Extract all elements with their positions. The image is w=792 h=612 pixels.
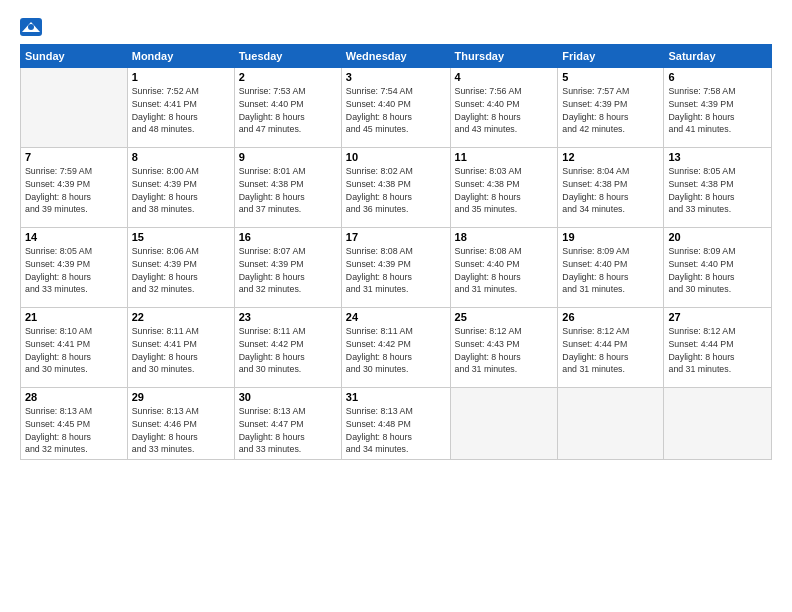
- days-header-row: SundayMondayTuesdayWednesdayThursdayFrid…: [21, 45, 772, 68]
- day-info: Sunrise: 8:08 AMSunset: 4:39 PMDaylight:…: [346, 245, 446, 296]
- calendar-cell: 2Sunrise: 7:53 AMSunset: 4:40 PMDaylight…: [234, 68, 341, 148]
- calendar-cell: 27Sunrise: 8:12 AMSunset: 4:44 PMDayligh…: [664, 308, 772, 388]
- day-info: Sunrise: 7:53 AMSunset: 4:40 PMDaylight:…: [239, 85, 337, 136]
- day-number: 20: [668, 231, 767, 243]
- calendar-cell: 9Sunrise: 8:01 AMSunset: 4:38 PMDaylight…: [234, 148, 341, 228]
- day-number: 21: [25, 311, 123, 323]
- svg-point-2: [28, 24, 34, 30]
- calendar-table: SundayMondayTuesdayWednesdayThursdayFrid…: [20, 44, 772, 460]
- calendar-cell: 18Sunrise: 8:08 AMSunset: 4:40 PMDayligh…: [450, 228, 558, 308]
- day-number: 11: [455, 151, 554, 163]
- calendar-cell: 12Sunrise: 8:04 AMSunset: 4:38 PMDayligh…: [558, 148, 664, 228]
- day-number: 2: [239, 71, 337, 83]
- calendar-cell: 28Sunrise: 8:13 AMSunset: 4:45 PMDayligh…: [21, 388, 128, 460]
- calendar-cell: 30Sunrise: 8:13 AMSunset: 4:47 PMDayligh…: [234, 388, 341, 460]
- calendar-cell: [450, 388, 558, 460]
- calendar-cell: 26Sunrise: 8:12 AMSunset: 4:44 PMDayligh…: [558, 308, 664, 388]
- calendar-cell: 21Sunrise: 8:10 AMSunset: 4:41 PMDayligh…: [21, 308, 128, 388]
- logo: [20, 18, 44, 36]
- day-info: Sunrise: 8:00 AMSunset: 4:39 PMDaylight:…: [132, 165, 230, 216]
- week-row-2: 7Sunrise: 7:59 AMSunset: 4:39 PMDaylight…: [21, 148, 772, 228]
- day-info: Sunrise: 8:13 AMSunset: 4:48 PMDaylight:…: [346, 405, 446, 456]
- day-number: 16: [239, 231, 337, 243]
- calendar-cell: 20Sunrise: 8:09 AMSunset: 4:40 PMDayligh…: [664, 228, 772, 308]
- calendar-cell: 3Sunrise: 7:54 AMSunset: 4:40 PMDaylight…: [341, 68, 450, 148]
- day-info: Sunrise: 8:11 AMSunset: 4:42 PMDaylight:…: [346, 325, 446, 376]
- day-info: Sunrise: 8:13 AMSunset: 4:45 PMDaylight:…: [25, 405, 123, 456]
- calendar-cell: 10Sunrise: 8:02 AMSunset: 4:38 PMDayligh…: [341, 148, 450, 228]
- calendar-cell: 19Sunrise: 8:09 AMSunset: 4:40 PMDayligh…: [558, 228, 664, 308]
- day-number: 4: [455, 71, 554, 83]
- week-row-3: 14Sunrise: 8:05 AMSunset: 4:39 PMDayligh…: [21, 228, 772, 308]
- day-header-friday: Friday: [558, 45, 664, 68]
- logo-icon: [20, 18, 42, 36]
- day-header-saturday: Saturday: [664, 45, 772, 68]
- day-number: 28: [25, 391, 123, 403]
- day-header-tuesday: Tuesday: [234, 45, 341, 68]
- day-number: 23: [239, 311, 337, 323]
- day-number: 22: [132, 311, 230, 323]
- header: [20, 18, 772, 36]
- calendar-cell: 15Sunrise: 8:06 AMSunset: 4:39 PMDayligh…: [127, 228, 234, 308]
- day-number: 15: [132, 231, 230, 243]
- calendar-cell: 25Sunrise: 8:12 AMSunset: 4:43 PMDayligh…: [450, 308, 558, 388]
- day-number: 26: [562, 311, 659, 323]
- calendar-cell: 24Sunrise: 8:11 AMSunset: 4:42 PMDayligh…: [341, 308, 450, 388]
- day-number: 5: [562, 71, 659, 83]
- day-number: 13: [668, 151, 767, 163]
- calendar-cell: 22Sunrise: 8:11 AMSunset: 4:41 PMDayligh…: [127, 308, 234, 388]
- calendar-cell: 31Sunrise: 8:13 AMSunset: 4:48 PMDayligh…: [341, 388, 450, 460]
- day-number: 1: [132, 71, 230, 83]
- week-row-5: 28Sunrise: 8:13 AMSunset: 4:45 PMDayligh…: [21, 388, 772, 460]
- day-number: 17: [346, 231, 446, 243]
- day-info: Sunrise: 8:09 AMSunset: 4:40 PMDaylight:…: [668, 245, 767, 296]
- day-info: Sunrise: 7:56 AMSunset: 4:40 PMDaylight:…: [455, 85, 554, 136]
- day-number: 19: [562, 231, 659, 243]
- day-info: Sunrise: 8:12 AMSunset: 4:44 PMDaylight:…: [562, 325, 659, 376]
- day-info: Sunrise: 8:04 AMSunset: 4:38 PMDaylight:…: [562, 165, 659, 216]
- day-number: 10: [346, 151, 446, 163]
- day-info: Sunrise: 8:08 AMSunset: 4:40 PMDaylight:…: [455, 245, 554, 296]
- day-info: Sunrise: 7:54 AMSunset: 4:40 PMDaylight:…: [346, 85, 446, 136]
- calendar-cell: 11Sunrise: 8:03 AMSunset: 4:38 PMDayligh…: [450, 148, 558, 228]
- day-number: 27: [668, 311, 767, 323]
- day-info: Sunrise: 8:06 AMSunset: 4:39 PMDaylight:…: [132, 245, 230, 296]
- day-header-thursday: Thursday: [450, 45, 558, 68]
- calendar-cell: [558, 388, 664, 460]
- calendar-cell: [664, 388, 772, 460]
- day-number: 6: [668, 71, 767, 83]
- day-info: Sunrise: 7:58 AMSunset: 4:39 PMDaylight:…: [668, 85, 767, 136]
- calendar-cell: 23Sunrise: 8:11 AMSunset: 4:42 PMDayligh…: [234, 308, 341, 388]
- calendar-cell: 4Sunrise: 7:56 AMSunset: 4:40 PMDaylight…: [450, 68, 558, 148]
- calendar-cell: 1Sunrise: 7:52 AMSunset: 4:41 PMDaylight…: [127, 68, 234, 148]
- day-info: Sunrise: 8:12 AMSunset: 4:43 PMDaylight:…: [455, 325, 554, 376]
- day-info: Sunrise: 8:07 AMSunset: 4:39 PMDaylight:…: [239, 245, 337, 296]
- day-number: 24: [346, 311, 446, 323]
- calendar-cell: 14Sunrise: 8:05 AMSunset: 4:39 PMDayligh…: [21, 228, 128, 308]
- day-info: Sunrise: 8:03 AMSunset: 4:38 PMDaylight:…: [455, 165, 554, 216]
- day-number: 25: [455, 311, 554, 323]
- day-number: 9: [239, 151, 337, 163]
- day-header-sunday: Sunday: [21, 45, 128, 68]
- calendar-cell: 6Sunrise: 7:58 AMSunset: 4:39 PMDaylight…: [664, 68, 772, 148]
- day-number: 14: [25, 231, 123, 243]
- calendar-cell: 5Sunrise: 7:57 AMSunset: 4:39 PMDaylight…: [558, 68, 664, 148]
- day-info: Sunrise: 8:02 AMSunset: 4:38 PMDaylight:…: [346, 165, 446, 216]
- day-info: Sunrise: 8:05 AMSunset: 4:38 PMDaylight:…: [668, 165, 767, 216]
- day-number: 29: [132, 391, 230, 403]
- day-info: Sunrise: 8:10 AMSunset: 4:41 PMDaylight:…: [25, 325, 123, 376]
- calendar-container: SundayMondayTuesdayWednesdayThursdayFrid…: [0, 0, 792, 612]
- day-info: Sunrise: 8:11 AMSunset: 4:42 PMDaylight:…: [239, 325, 337, 376]
- day-number: 18: [455, 231, 554, 243]
- day-info: Sunrise: 8:11 AMSunset: 4:41 PMDaylight:…: [132, 325, 230, 376]
- day-header-monday: Monday: [127, 45, 234, 68]
- day-header-wednesday: Wednesday: [341, 45, 450, 68]
- calendar-cell: 29Sunrise: 8:13 AMSunset: 4:46 PMDayligh…: [127, 388, 234, 460]
- week-row-1: 1Sunrise: 7:52 AMSunset: 4:41 PMDaylight…: [21, 68, 772, 148]
- day-info: Sunrise: 8:12 AMSunset: 4:44 PMDaylight:…: [668, 325, 767, 376]
- day-number: 30: [239, 391, 337, 403]
- week-row-4: 21Sunrise: 8:10 AMSunset: 4:41 PMDayligh…: [21, 308, 772, 388]
- calendar-cell: [21, 68, 128, 148]
- day-number: 7: [25, 151, 123, 163]
- day-info: Sunrise: 8:13 AMSunset: 4:46 PMDaylight:…: [132, 405, 230, 456]
